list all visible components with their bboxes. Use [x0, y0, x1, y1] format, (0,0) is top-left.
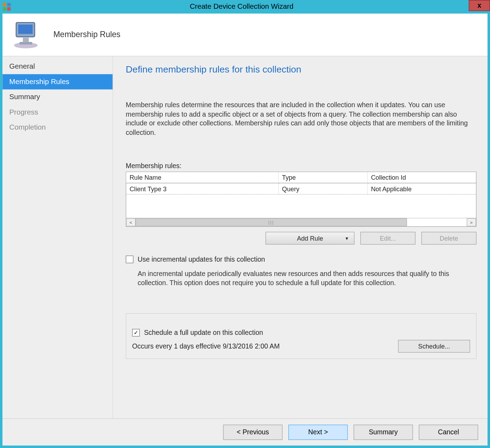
app-icon — [2, 2, 11, 11]
add-rule-label: Add Rule — [297, 235, 323, 242]
scroll-thumb[interactable]: ||| — [135, 219, 407, 227]
add-rule-dropdown[interactable]: Add Rule ▼ — [266, 232, 355, 244]
rules-list-label: Membership rules: — [126, 163, 476, 170]
schedule-button[interactable]: Schedule... — [398, 340, 470, 352]
column-rule-name[interactable]: Rule Name — [126, 172, 279, 183]
column-collection-id[interactable]: Collection Id — [368, 172, 476, 183]
window-title: Create Device Collection Wizard — [14, 2, 469, 11]
nav-progress[interactable]: Progress — [2, 105, 113, 120]
schedule-checkbox[interactable]: ✓ — [132, 329, 140, 336]
schedule-summary-text: Occurs every 1 days effective 9/13/2016 … — [132, 342, 280, 350]
cell-collection-id: Not Applicable — [368, 183, 476, 195]
wizard-nav: General Membership Rules Summary Progres… — [2, 56, 113, 418]
schedule-group: ✓ Schedule a full update on this collect… — [126, 313, 476, 359]
summary-button[interactable]: Summary — [354, 425, 413, 440]
scroll-right-icon[interactable]: > — [467, 219, 476, 227]
nav-completion[interactable]: Completion — [2, 120, 113, 135]
svg-rect-0 — [3, 3, 6, 6]
horizontal-scrollbar[interactable]: < ||| > — [126, 218, 476, 226]
delete-rule-button[interactable]: Delete — [421, 232, 476, 244]
nav-membership-rules[interactable]: Membership Rules — [2, 74, 113, 90]
nav-summary[interactable]: Summary — [2, 89, 113, 105]
description-text: Membership rules determine the resources… — [126, 101, 476, 137]
page-title: Membership Rules — [53, 30, 120, 40]
table-row[interactable]: Client Type 3 Query Not Applicable — [126, 183, 476, 195]
wizard-window: Create Device Collection Wizard x Member… — [0, 0, 490, 448]
main-pane: Define membership rules for this collect… — [113, 56, 488, 418]
close-button[interactable]: x — [469, 0, 490, 11]
svg-rect-3 — [7, 7, 11, 11]
wizard-body: General Membership Rules Summary Progres… — [2, 56, 487, 419]
svg-rect-7 — [23, 38, 29, 42]
cell-rule-name: Client Type 3 — [126, 183, 279, 195]
svg-rect-6 — [18, 25, 33, 34]
nav-general[interactable]: General — [2, 59, 113, 74]
cancel-button[interactable]: Cancel — [419, 425, 478, 440]
svg-rect-8 — [20, 42, 32, 44]
titlebar: Create Device Collection Wizard x — [0, 0, 490, 14]
scroll-track[interactable]: ||| — [135, 219, 467, 227]
cell-type: Query — [279, 183, 368, 195]
edit-rule-button[interactable]: Edit... — [360, 232, 415, 244]
close-icon: x — [477, 2, 481, 9]
wizard-header: Membership Rules — [2, 14, 487, 56]
svg-rect-2 — [3, 7, 6, 11]
column-type[interactable]: Type — [279, 172, 368, 183]
next-button[interactable]: Next > — [288, 425, 348, 440]
incremental-checkbox-row: Use incremental updates for this collect… — [126, 256, 476, 263]
wizard-footer: < Previous Next > Summary Cancel — [2, 418, 487, 445]
rule-action-row: Add Rule ▼ Edit... Delete — [126, 232, 476, 244]
computer-icon — [10, 19, 42, 50]
schedule-checkbox-label: Schedule a full update on this collectio… — [144, 329, 263, 336]
svg-rect-1 — [7, 3, 11, 6]
grid-empty-area — [126, 195, 476, 218]
incremental-label: Use incremental updates for this collect… — [138, 256, 265, 263]
chevron-down-icon: ▼ — [345, 236, 349, 241]
rules-grid[interactable]: Rule Name Type Collection Id Client Type… — [126, 172, 476, 227]
main-heading: Define membership rules for this collect… — [126, 64, 476, 75]
scroll-left-icon[interactable]: < — [126, 219, 136, 227]
previous-button[interactable]: < Previous — [223, 425, 282, 440]
incremental-checkbox[interactable] — [126, 256, 133, 263]
incremental-description: An incremental update periodically evalu… — [138, 269, 476, 288]
grid-header: Rule Name Type Collection Id — [126, 172, 476, 183]
